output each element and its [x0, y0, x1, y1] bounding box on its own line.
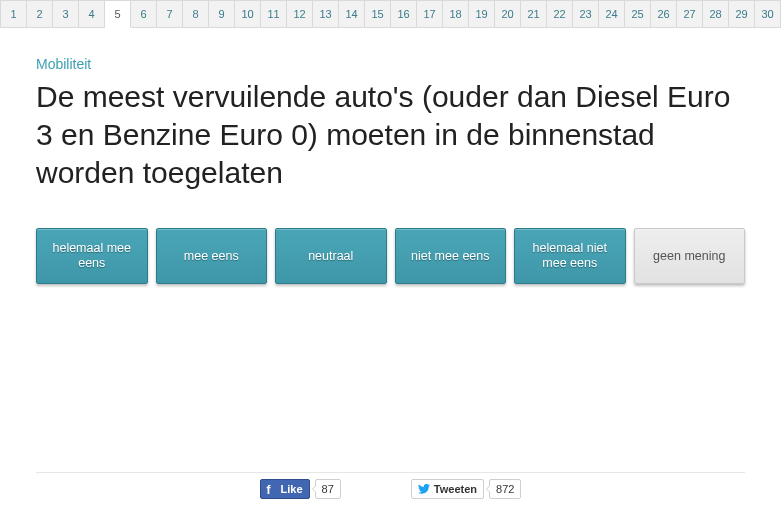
pager-page-10[interactable]: 10 — [235, 0, 261, 27]
answer-disagree[interactable]: niet mee eens — [395, 228, 507, 284]
pager-page-28[interactable]: 28 — [703, 0, 729, 27]
answer-neutral[interactable]: neutraal — [275, 228, 387, 284]
facebook-like-count: 87 — [315, 479, 341, 499]
pager-page-24[interactable]: 24 — [599, 0, 625, 27]
pager-page-23[interactable]: 23 — [573, 0, 599, 27]
pager-page-4[interactable]: 4 — [79, 0, 105, 27]
answer-row: helemaal mee eensmee eensneutraalniet me… — [36, 228, 745, 284]
pager-page-12[interactable]: 12 — [287, 0, 313, 27]
pager-page-25[interactable]: 25 — [625, 0, 651, 27]
twitter-icon — [418, 484, 430, 494]
share-bar: Like 87 Tweeten 872 — [0, 479, 781, 499]
pager-page-27[interactable]: 27 — [677, 0, 703, 27]
pager-page-20[interactable]: 20 — [495, 0, 521, 27]
pager-page-17[interactable]: 17 — [417, 0, 443, 27]
pager-page-19[interactable]: 19 — [469, 0, 495, 27]
pager-page-1[interactable]: 1 — [0, 0, 27, 27]
pager-page-26[interactable]: 26 — [651, 0, 677, 27]
pager-page-8[interactable]: 8 — [183, 0, 209, 27]
answer-strong-disagree[interactable]: helemaal niet mee eens — [514, 228, 626, 284]
answer-agree[interactable]: mee eens — [156, 228, 268, 284]
twitter-tweet-button[interactable]: Tweeten — [411, 479, 484, 499]
answer-strong-agree[interactable]: helemaal mee eens — [36, 228, 148, 284]
question-panel: Mobiliteit De meest vervuilende auto's (… — [0, 28, 781, 284]
facebook-share: Like 87 — [260, 479, 341, 499]
pager-page-22[interactable]: 22 — [547, 0, 573, 27]
twitter-share: Tweeten 872 — [411, 479, 522, 499]
facebook-icon — [267, 483, 277, 495]
pager-page-13[interactable]: 13 — [313, 0, 339, 27]
pager-page-16[interactable]: 16 — [391, 0, 417, 27]
pager-page-29[interactable]: 29 — [729, 0, 755, 27]
category-label: Mobiliteit — [36, 56, 745, 72]
pager-page-11[interactable]: 11 — [261, 0, 287, 27]
facebook-like-button[interactable]: Like — [260, 479, 310, 499]
divider — [36, 472, 745, 473]
twitter-tweet-count: 872 — [489, 479, 521, 499]
pager-page-3[interactable]: 3 — [53, 0, 79, 27]
pager-page-21[interactable]: 21 — [521, 0, 547, 27]
pager-page-2[interactable]: 2 — [27, 0, 53, 27]
pager-page-9[interactable]: 9 — [209, 0, 235, 27]
twitter-tweet-label: Tweeten — [434, 483, 477, 495]
question-title: De meest vervuilende auto's (ouder dan D… — [36, 78, 745, 192]
pager-page-6[interactable]: 6 — [131, 0, 157, 27]
facebook-like-label: Like — [281, 483, 303, 495]
pager-page-7[interactable]: 7 — [157, 0, 183, 27]
pager-page-30[interactable]: 30 — [755, 0, 781, 27]
answer-no-opinion[interactable]: geen mening — [634, 228, 746, 284]
pager-page-5[interactable]: 5 — [105, 0, 131, 28]
pager-page-14[interactable]: 14 — [339, 0, 365, 27]
question-pager: 1234567891011121314151617181920212223242… — [0, 0, 781, 28]
pager-page-15[interactable]: 15 — [365, 0, 391, 27]
pager-page-18[interactable]: 18 — [443, 0, 469, 27]
